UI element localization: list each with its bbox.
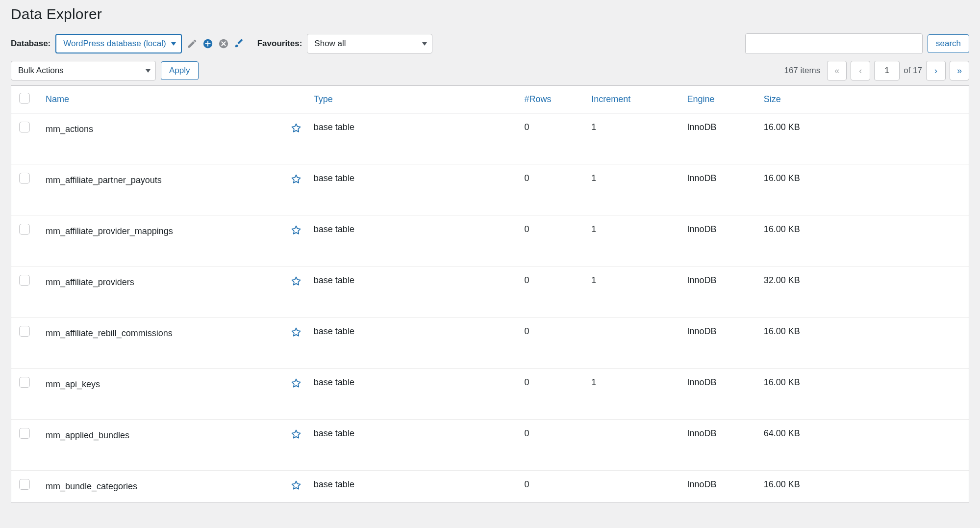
pencil-icon[interactable]: [187, 38, 198, 49]
table-name[interactable]: mm_affiliate_rebill_commissions: [46, 328, 173, 339]
cell-type: base table: [308, 471, 519, 502]
bulk-actions-select[interactable]: Bulk Actions: [11, 61, 156, 80]
cell-engine: InnoDB: [681, 317, 757, 369]
table-name[interactable]: mm_actions: [46, 124, 93, 134]
cell-rows: 0: [518, 369, 585, 420]
of-label: of 17: [904, 66, 922, 76]
cell-engine: InnoDB: [681, 420, 757, 471]
table-row: mm_bundle_categoriesbase table0InnoDB16.…: [11, 471, 969, 502]
star-outline-icon[interactable]: [290, 224, 302, 238]
table-row: mm_affiliate_providersbase table01InnoDB…: [11, 266, 969, 317]
star-outline-icon[interactable]: [290, 377, 302, 392]
table-header-row: Name Type #Rows Increment Engine Size: [11, 86, 969, 113]
last-page-button[interactable]: »: [950, 61, 969, 80]
cell-rows: 0: [518, 164, 585, 215]
page-title: Data Explorer: [11, 6, 969, 23]
cell-engine: InnoDB: [681, 215, 757, 266]
row-checkbox[interactable]: [19, 122, 30, 132]
row-checkbox[interactable]: [19, 479, 30, 490]
cell-increment: 1: [585, 164, 681, 215]
cell-increment: [585, 471, 681, 502]
brush-icon[interactable]: [234, 38, 245, 49]
database-select[interactable]: WordPress database (local): [55, 34, 181, 53]
col-header-name[interactable]: Name: [40, 86, 308, 113]
cell-increment: [585, 420, 681, 471]
star-outline-icon[interactable]: [290, 428, 302, 443]
cell-rows: 0: [518, 317, 585, 369]
cell-engine: InnoDB: [681, 369, 757, 420]
search-input[interactable]: [745, 33, 923, 54]
cell-engine: InnoDB: [681, 266, 757, 317]
cell-type: base table: [308, 164, 519, 215]
subtoolbar: Bulk Actions Apply 167 items « ‹ of 17 ›…: [11, 61, 969, 80]
cell-size: 32.00 KB: [758, 266, 969, 317]
apply-button[interactable]: Apply: [161, 61, 199, 80]
favourites-select-value: Show all: [314, 34, 346, 53]
table-row: mm_applied_bundlesbase table0InnoDB64.00…: [11, 420, 969, 471]
close-circle-icon[interactable]: [218, 38, 229, 49]
cell-engine: InnoDB: [681, 471, 757, 502]
table-name[interactable]: mm_affiliate_provider_mappings: [46, 226, 173, 237]
cell-increment: 1: [585, 369, 681, 420]
star-outline-icon[interactable]: [290, 122, 302, 136]
star-outline-icon[interactable]: [290, 326, 302, 341]
table-name[interactable]: mm_api_keys: [46, 379, 100, 390]
pagination: 167 items « ‹ of 17 › »: [784, 61, 969, 80]
table-name[interactable]: mm_bundle_categories: [46, 481, 137, 492]
row-checkbox[interactable]: [19, 326, 30, 337]
cell-type: base table: [308, 266, 519, 317]
table-row: mm_actionsbase table01InnoDB16.00 KB: [11, 113, 969, 164]
favourites-select[interactable]: Show all: [307, 34, 432, 53]
cell-size: 16.00 KB: [758, 317, 969, 369]
table-name[interactable]: mm_applied_bundles: [46, 430, 129, 441]
col-header-type[interactable]: Type: [308, 86, 519, 113]
col-header-size[interactable]: Size: [758, 86, 969, 113]
table-row: mm_affiliate_partner_payoutsbase table01…: [11, 164, 969, 215]
row-checkbox[interactable]: [19, 224, 30, 235]
table-name[interactable]: mm_affiliate_providers: [46, 277, 134, 288]
cell-rows: 0: [518, 215, 585, 266]
total-items-text: 167 items: [784, 66, 820, 76]
bulk-actions-value: Bulk Actions: [18, 61, 64, 80]
cell-type: base table: [308, 113, 519, 164]
current-page-input[interactable]: [874, 61, 900, 80]
cell-type: base table: [308, 215, 519, 266]
cell-size: 16.00 KB: [758, 164, 969, 215]
cell-size: 16.00 KB: [758, 113, 969, 164]
cell-rows: 0: [518, 113, 585, 164]
row-checkbox[interactable]: [19, 377, 30, 388]
database-label: Database:: [11, 39, 50, 49]
cell-increment: 1: [585, 215, 681, 266]
favourites-label: Favourites:: [257, 39, 302, 49]
row-checkbox[interactable]: [19, 173, 30, 184]
col-header-engine[interactable]: Engine: [681, 86, 757, 113]
table-name[interactable]: mm_affiliate_partner_payouts: [46, 175, 162, 185]
row-checkbox[interactable]: [19, 428, 30, 439]
star-outline-icon[interactable]: [290, 275, 302, 290]
select-all-checkbox[interactable]: [19, 93, 30, 104]
cell-size: 64.00 KB: [758, 420, 969, 471]
cell-increment: 1: [585, 113, 681, 164]
cell-type: base table: [308, 420, 519, 471]
next-page-button[interactable]: ›: [926, 61, 946, 80]
cell-type: base table: [308, 369, 519, 420]
cell-size: 16.00 KB: [758, 369, 969, 420]
chevron-down-icon: [171, 42, 176, 46]
chevron-down-icon: [422, 42, 427, 46]
star-outline-icon[interactable]: [290, 479, 302, 494]
prev-page-button[interactable]: ‹: [851, 61, 870, 80]
first-page-button[interactable]: «: [827, 61, 847, 80]
col-header-increment[interactable]: Increment: [585, 86, 681, 113]
table-row: mm_api_keysbase table01InnoDB16.00 KB: [11, 369, 969, 420]
cell-engine: InnoDB: [681, 164, 757, 215]
col-header-rows[interactable]: #Rows: [518, 86, 585, 113]
cell-rows: 0: [518, 471, 585, 502]
star-outline-icon[interactable]: [290, 173, 302, 187]
database-select-value: WordPress database (local): [63, 35, 166, 53]
table-row: mm_affiliate_rebill_commissionsbase tabl…: [11, 317, 969, 369]
row-checkbox[interactable]: [19, 275, 30, 286]
toolbar: Database: WordPress database (local) Fav…: [11, 33, 969, 54]
cell-size: 16.00 KB: [758, 471, 969, 502]
search-button[interactable]: search: [928, 34, 969, 53]
plus-circle-icon[interactable]: [202, 38, 213, 49]
